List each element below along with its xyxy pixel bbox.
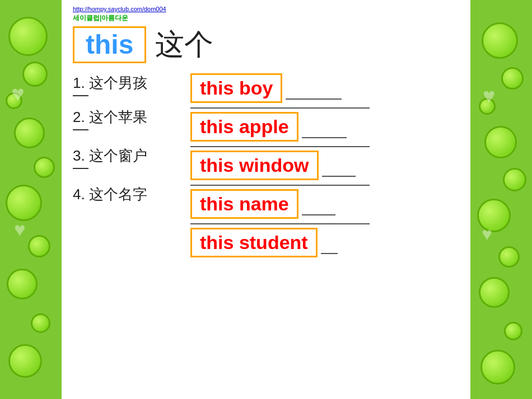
item-2-left: 2. 这个苹果	[73, 107, 190, 130]
answer-underline-above-3	[190, 146, 370, 147]
answer-underline-above-4	[190, 185, 370, 186]
bubble	[6, 185, 42, 221]
item-2-row: 2. 这个苹果 this apple	[73, 107, 459, 143]
item-2-answer-row: this apple	[190, 112, 459, 143]
bubble	[28, 235, 50, 257]
item-1-row: 1. 这个男孩 this boy	[73, 73, 459, 104]
bubble	[8, 17, 48, 56]
item-3-row: 3. 这个窗户 this window	[73, 146, 459, 181]
item-4-label: 4. 这个名字	[73, 185, 190, 204]
this-word-box: this	[73, 26, 146, 63]
heart-decoration: ♥	[482, 224, 492, 245]
answer-box-4: this name	[190, 189, 298, 219]
item-1-right: this boy	[190, 73, 459, 104]
extra-answer-row	[73, 223, 459, 228]
bubble	[22, 62, 48, 87]
bubble	[482, 22, 518, 59]
item-3-chinese: 这个窗户	[89, 147, 147, 164]
item-2-dash	[73, 129, 88, 130]
answer-underline-above-extra	[190, 223, 370, 224]
bubble	[8, 344, 42, 378]
item-4-answer-row: this name	[190, 189, 459, 220]
answer-underline-extra	[321, 253, 338, 254]
item-1-number: 1.	[73, 74, 89, 91]
item-1-left: 1. 这个男孩	[73, 73, 190, 96]
item-4-chinese: 这个名字	[89, 186, 147, 203]
bubble	[501, 67, 524, 90]
item-1-label: 1. 这个男孩	[73, 73, 190, 93]
right-decoration: ♥ ♥	[470, 0, 532, 399]
answer-box-2: this apple	[190, 112, 298, 142]
site-label: 세이클럽|아름다운	[73, 13, 459, 23]
item-3-label: 3. 这个窗户	[73, 146, 190, 166]
answer-underline-2	[302, 137, 347, 138]
bubble	[14, 118, 45, 148]
heart-decoration: ♥	[14, 218, 26, 241]
bubble	[34, 157, 55, 178]
item-2-label: 2. 这个苹果	[73, 107, 190, 127]
extra-answer-container: this student	[73, 228, 459, 259]
item-3-left: 3. 这个窗户	[73, 146, 190, 169]
heart-decoration: ♥	[11, 81, 25, 106]
item-1-chinese: 这个男孩	[89, 74, 147, 91]
item-4-right: this name	[190, 185, 459, 220]
bubble	[484, 126, 517, 158]
header-row: this 这个	[73, 25, 459, 64]
item-1-dash	[73, 95, 88, 96]
left-decoration: ♥ ♥	[0, 0, 62, 399]
bubble	[504, 322, 522, 340]
answer-underline-above-2	[190, 107, 370, 109]
item-2-number: 2.	[73, 109, 89, 125]
answer-box-extra: this student	[190, 228, 318, 257]
answer-underline-1	[286, 98, 342, 100]
bubble	[498, 246, 520, 267]
item-4-number: 4.	[73, 186, 89, 203]
chinese-header: 这个	[155, 25, 213, 64]
answer-box-1: this boy	[190, 73, 282, 103]
answer-box-3: this window	[190, 151, 319, 180]
item-2-right: this apple	[190, 107, 459, 143]
item-3-answer-row: this window	[190, 151, 459, 181]
bubble	[31, 313, 50, 333]
heart-decoration: ♥	[483, 84, 496, 108]
bubble	[7, 269, 38, 299]
bubble	[480, 350, 515, 384]
item-3-right: this window	[190, 146, 459, 181]
main-content: http://hompy.sayclub.com/dom004 세이클럽|아름다…	[62, 0, 470, 399]
bubble	[479, 277, 510, 308]
item-1-answer-row: this boy	[190, 73, 459, 104]
item-3-number: 3.	[73, 147, 89, 164]
item-3-dash	[73, 168, 88, 169]
item-4-row: 4. 这个名字 this name	[73, 185, 459, 220]
item-2-chinese: 这个苹果	[89, 109, 147, 125]
answer-underline-4	[302, 214, 335, 215]
item-4-left: 4. 这个名字	[73, 185, 190, 204]
url-bar: http://hompy.sayclub.com/dom004	[73, 6, 459, 12]
bubble	[503, 168, 526, 191]
answer-underline-3	[322, 176, 356, 177]
